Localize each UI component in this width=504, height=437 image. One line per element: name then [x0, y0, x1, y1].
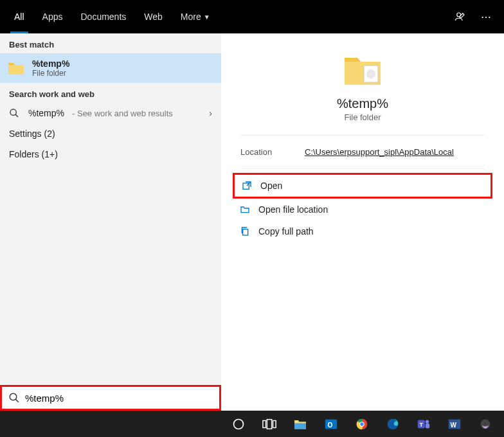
location-label: Location — [240, 147, 305, 157]
best-match-title: %temp% — [32, 58, 69, 69]
tab-apps[interactable]: Apps — [33, 0, 72, 33]
svg-point-1 — [10, 109, 16, 115]
tab-apps-label: Apps — [42, 12, 63, 22]
chevron-right-icon: › — [209, 108, 212, 118]
svg-rect-12 — [273, 420, 276, 427]
action-open[interactable]: Open — [233, 173, 492, 199]
open-icon — [241, 180, 253, 192]
preview-panel: %temp% File folder Location C:\Users\erp… — [221, 33, 504, 411]
action-open-location-label: Open file location — [258, 204, 328, 215]
feedback-icon[interactable] — [447, 0, 473, 33]
taskbar: O T W — [0, 411, 504, 437]
copy-icon — [239, 226, 251, 237]
section-settings[interactable]: Settings (2) — [0, 123, 221, 144]
action-open-location[interactable]: Open file location — [233, 199, 492, 220]
web-result-item[interactable]: %temp% - See work and web results › — [0, 103, 221, 123]
svg-line-2 — [15, 114, 18, 117]
outlook-icon[interactable]: O — [318, 411, 345, 437]
section-folders[interactable]: Folders (1+) — [0, 144, 221, 165]
svg-point-9 — [234, 419, 244, 429]
action-copy-path[interactable]: Copy full path — [233, 220, 492, 242]
svg-point-7 — [10, 393, 17, 400]
results-panel: Best match %temp% File folder Search wor… — [0, 33, 221, 411]
svg-line-8 — [15, 399, 19, 402]
tab-more-label: More — [181, 12, 201, 22]
web-result-query: %temp% — [28, 108, 64, 118]
preview-location-row: Location C:\Users\erpsupport_sipl\AppDat… — [240, 147, 485, 157]
more-options-icon[interactable]: ⋯ — [473, 0, 499, 33]
chevron-down-icon: ▼ — [204, 13, 210, 21]
file-explorer-icon[interactable] — [287, 411, 314, 437]
tab-all-label: All — [14, 12, 24, 22]
chrome-icon[interactable] — [348, 411, 375, 437]
edge-icon[interactable] — [379, 411, 406, 437]
section-search-work-web: Search work and web — [0, 83, 221, 103]
preview-title: %temp% — [337, 96, 388, 111]
folder-icon — [342, 53, 383, 87]
tab-documents[interactable]: Documents — [71, 0, 135, 33]
svg-point-4 — [366, 69, 375, 78]
best-match-item[interactable]: %temp% File folder — [0, 53, 221, 83]
search-icon — [9, 108, 21, 118]
teams-icon[interactable]: T — [410, 411, 437, 437]
action-copy-path-label: Copy full path — [258, 226, 314, 236]
search-input[interactable] — [25, 393, 213, 404]
cortana-icon[interactable] — [225, 411, 252, 437]
search-tab-bar: All Apps Documents Web More▼ ⋯ — [0, 0, 504, 33]
word-icon[interactable]: W — [441, 411, 468, 437]
best-match-subtitle: File folder — [32, 69, 69, 78]
folder-open-icon — [239, 204, 251, 215]
tab-all[interactable]: All — [5, 0, 33, 33]
search-icon — [8, 392, 20, 404]
svg-rect-11 — [267, 419, 271, 429]
svg-text:O: O — [328, 421, 333, 428]
tab-web[interactable]: Web — [135, 0, 172, 33]
svg-rect-6 — [243, 229, 248, 235]
web-result-hint: - See work and web results — [72, 109, 173, 118]
location-value[interactable]: C:\Users\erpsupport_sipl\AppData\Local — [305, 147, 485, 157]
svg-point-18 — [360, 422, 363, 425]
app-icon[interactable] — [472, 411, 499, 437]
svg-rect-23 — [426, 424, 429, 428]
task-view-icon[interactable] — [256, 411, 283, 437]
tab-documents-label: Documents — [80, 12, 126, 22]
svg-text:T: T — [420, 421, 424, 427]
tab-web-label: Web — [144, 12, 163, 22]
folder-icon — [6, 58, 26, 78]
svg-point-22 — [426, 420, 429, 424]
search-box[interactable] — [0, 385, 221, 411]
actions-list: Open Open file location Copy full path — [233, 173, 492, 242]
section-best-match: Best match — [0, 33, 221, 53]
tab-more[interactable]: More▼ — [172, 0, 219, 33]
svg-rect-10 — [263, 420, 266, 427]
preview-subtitle: File folder — [344, 112, 381, 122]
svg-text:W: W — [451, 421, 457, 428]
action-open-label: Open — [260, 181, 282, 191]
